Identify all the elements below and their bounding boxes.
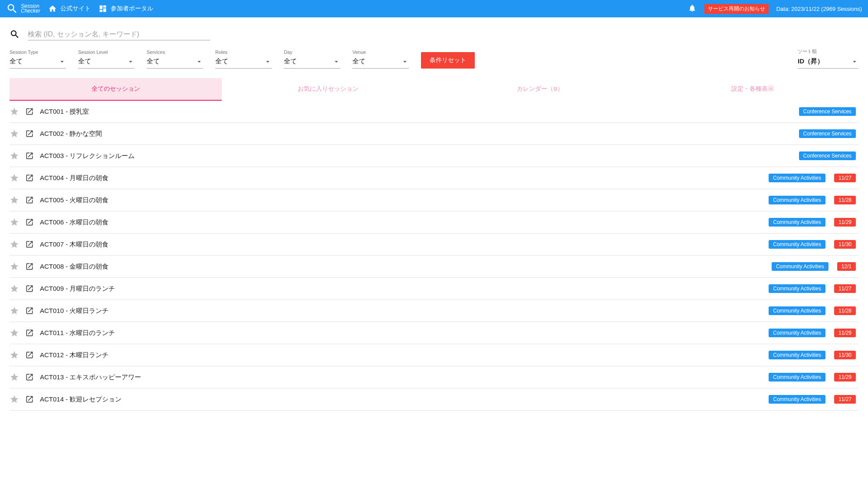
open-external-icon[interactable]: [25, 196, 34, 204]
chevron-down-icon: [264, 58, 272, 66]
session-row[interactable]: ACT005 - 火曜日の朝食Community Activities11/28: [10, 189, 858, 211]
session-row[interactable]: ACT002 - 静かな空間Conference Services: [10, 123, 858, 145]
star-icon[interactable]: [10, 372, 19, 382]
open-external-icon[interactable]: [25, 306, 34, 315]
open-external-icon[interactable]: [25, 329, 34, 337]
session-list: ACT001 - 授乳室Conference ServicesACT002 - …: [10, 101, 858, 411]
filter-day[interactable]: Day 全て: [284, 49, 340, 69]
session-date-badge: 11/30: [834, 240, 856, 249]
session-title: ACT001 - 授乳室: [40, 108, 790, 116]
star-icon[interactable]: [10, 217, 19, 227]
session-row[interactable]: ACT008 - 金曜日の朝食Community Activities12/1: [10, 256, 858, 278]
session-row[interactable]: ACT013 - エキスポハッピーアワーCommunity Activities…: [10, 366, 858, 388]
session-type-badge: Community Activities: [769, 240, 825, 249]
session-date-badge: 11/29: [834, 373, 856, 382]
open-external-icon[interactable]: [25, 262, 34, 271]
star-icon[interactable]: [10, 284, 19, 293]
session-title: ACT005 - 火曜日の朝食: [40, 196, 760, 204]
session-title: ACT011 - 水曜日のランチ: [40, 329, 760, 337]
session-row[interactable]: ACT009 - 月曜日のランチCommunity Activities11/2…: [10, 278, 858, 300]
open-external-icon[interactable]: [25, 218, 34, 227]
session-row[interactable]: ACT004 - 月曜日の朝食Community Activities11/27: [10, 167, 858, 189]
service-alert[interactable]: サービス再開のお知らせ: [704, 4, 769, 14]
session-type-badge: Community Activities: [769, 174, 825, 182]
chevron-down-icon: [127, 58, 135, 66]
reset-filters-button[interactable]: 条件リセット: [421, 52, 475, 69]
portal-label: 参加者ポータル: [111, 5, 153, 13]
session-type-badge: Community Activities: [769, 284, 825, 293]
portal-link[interactable]: 参加者ポータル: [99, 4, 153, 13]
session-title: ACT014 - 歓迎レセプション: [40, 395, 760, 404]
session-date-badge: 11/28: [834, 196, 856, 204]
session-title: ACT006 - 水曜日の朝食: [40, 218, 760, 227]
tab-favorites[interactable]: お気に入りセッション: [222, 78, 434, 101]
open-external-icon[interactable]: [25, 107, 34, 116]
tab-calendar[interactable]: カレンダー（α）: [434, 78, 646, 101]
data-info: Data: 2023/11/22 (2969 Sessions): [776, 6, 862, 12]
logo[interactable]: Session Checker: [6, 3, 40, 15]
open-external-icon[interactable]: [25, 174, 34, 182]
search-input[interactable]: [28, 28, 210, 40]
open-external-icon[interactable]: [25, 129, 34, 138]
session-row[interactable]: ACT003 - リフレクションルームConference Services: [10, 145, 858, 167]
session-row[interactable]: ACT012 - 木曜日ランチCommunity Activities11/30: [10, 344, 858, 366]
session-type-badge: Community Activities: [769, 329, 825, 337]
session-row[interactable]: ACT006 - 水曜日の朝食Community Activities11/29: [10, 211, 858, 234]
star-icon[interactable]: [10, 395, 19, 404]
star-icon[interactable]: [10, 107, 19, 116]
search-row: [10, 28, 858, 40]
chevron-down-icon: [401, 58, 409, 66]
filter-roles[interactable]: Roles 全て: [215, 49, 272, 69]
star-icon[interactable]: [10, 173, 19, 183]
open-external-icon[interactable]: [25, 351, 34, 359]
official-site-label: 公式サイト: [60, 5, 91, 13]
session-title: ACT013 - エキスポハッピーアワー: [40, 373, 760, 382]
session-title: ACT007 - 木曜日の朝食: [40, 240, 760, 249]
filters-row: Session Type 全て Session Level 全て Service…: [10, 48, 858, 69]
session-title: ACT003 - リフレクションルーム: [40, 152, 790, 160]
session-date-badge: 12/1: [837, 262, 856, 271]
open-external-icon[interactable]: [25, 284, 34, 293]
tab-all-sessions[interactable]: 全てのセッション: [10, 78, 222, 101]
chevron-down-icon: [195, 58, 203, 66]
filter-sort[interactable]: ソート順 ID（昇）: [798, 48, 858, 69]
notifications-button[interactable]: [688, 4, 697, 14]
filter-venue[interactable]: Venue 全て: [352, 49, 409, 69]
session-type-badge: Community Activities: [769, 196, 825, 204]
session-row[interactable]: ACT014 - 歓迎レセプションCommunity Activities11/…: [10, 388, 858, 411]
star-icon[interactable]: [10, 262, 19, 271]
session-type-badge: Community Activities: [769, 218, 825, 227]
bell-icon: [688, 4, 697, 13]
filter-services[interactable]: Services 全て: [147, 49, 203, 69]
session-type-badge: Conference Services: [799, 129, 856, 138]
star-icon[interactable]: [10, 151, 19, 161]
open-external-icon[interactable]: [25, 373, 34, 382]
session-row[interactable]: ACT010 - 火曜日ランチCommunity Activities11/28: [10, 300, 858, 322]
session-row[interactable]: ACT007 - 木曜日の朝食Community Activities11/30: [10, 234, 858, 256]
filter-session-level[interactable]: Session Level 全て: [78, 49, 135, 69]
official-site-link[interactable]: 公式サイト: [48, 4, 91, 13]
star-icon[interactable]: [10, 350, 19, 360]
star-icon[interactable]: [10, 328, 19, 338]
star-icon[interactable]: [10, 306, 19, 316]
tab-settings[interactable]: 設定・各種表示: [646, 78, 858, 101]
session-date-badge: 11/28: [834, 306, 856, 315]
chevron-down-icon: [58, 58, 66, 66]
open-external-icon[interactable]: [25, 151, 34, 160]
session-date-badge: 11/27: [834, 174, 856, 182]
star-icon[interactable]: [10, 240, 19, 249]
star-icon[interactable]: [10, 195, 19, 205]
session-title: ACT012 - 木曜日ランチ: [40, 351, 760, 359]
session-date-badge: 11/27: [834, 284, 856, 293]
chevron-down-icon: [332, 58, 340, 66]
session-row[interactable]: ACT001 - 授乳室Conference Services: [10, 101, 858, 123]
open-external-icon[interactable]: [25, 395, 34, 404]
star-icon[interactable]: [10, 129, 19, 138]
filter-session-type[interactable]: Session Type 全て: [10, 49, 66, 69]
session-title: ACT002 - 静かな空間: [40, 130, 790, 138]
open-external-icon[interactable]: [25, 240, 34, 249]
session-type-badge: Community Activities: [769, 351, 825, 359]
session-date-badge: 11/29: [834, 218, 856, 227]
session-type-badge: Community Activities: [772, 262, 829, 271]
session-row[interactable]: ACT011 - 水曜日のランチCommunity Activities11/2…: [10, 322, 858, 344]
